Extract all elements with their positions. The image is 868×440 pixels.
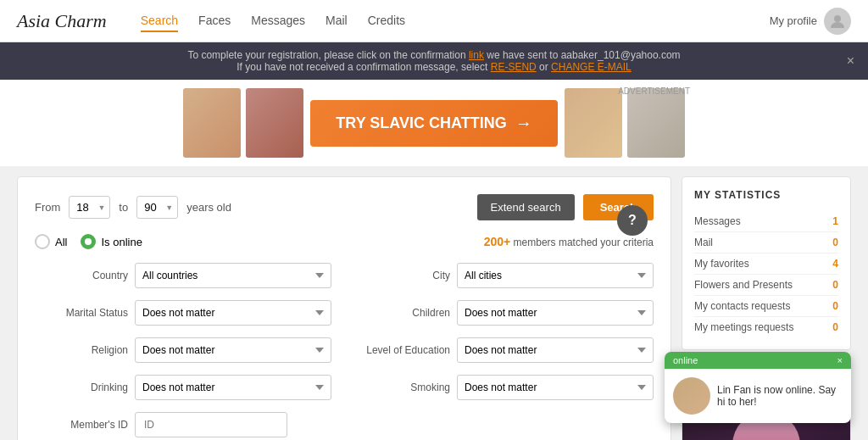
banner-photos xyxy=(183,88,303,158)
age-to-wrap: 908070 xyxy=(136,196,178,219)
country-label: Country xyxy=(35,270,128,281)
notif-resend[interactable]: RE-SEND xyxy=(491,61,537,73)
stats-contacts-count: 0 xyxy=(832,300,838,312)
member-id-label: Member's ID xyxy=(35,419,128,431)
nav-mail[interactable]: Mail xyxy=(326,10,348,32)
notification-bar: To complete your registration, please cl… xyxy=(0,42,868,80)
to-label: to xyxy=(119,201,128,214)
children-select[interactable]: Does not matter xyxy=(457,300,654,326)
stats-mail-count: 0 xyxy=(832,237,838,248)
banner-photo-1 xyxy=(183,88,241,158)
banner-photo-4 xyxy=(627,88,685,158)
years-label: years old xyxy=(186,201,231,214)
online-label: Is online xyxy=(101,236,142,248)
notif-text2: we have sent to aabaker_101@yahoo.com xyxy=(487,49,680,61)
stats-messages: Messages 1 xyxy=(694,211,838,232)
online-radio[interactable]: Is online xyxy=(81,234,142,249)
marital-label: Marital Status xyxy=(35,307,128,319)
city-select[interactable]: All cities xyxy=(457,263,654,288)
marital-select[interactable]: Does not matter xyxy=(135,300,331,326)
stats-flowers-label: Flowers and Presents xyxy=(694,279,793,291)
member-id-input[interactable] xyxy=(135,412,287,437)
match-count: 200+ members matched your criteria xyxy=(484,235,654,248)
age-from-select[interactable]: 182025 xyxy=(69,196,110,219)
match-number: 200+ xyxy=(484,235,511,248)
header: Asia Charm Search Faces Messages Mail Cr… xyxy=(0,0,868,42)
filter-grid: Country All countries City All cities Ma… xyxy=(35,263,654,400)
chat-close-icon[interactable]: × xyxy=(837,355,843,365)
notif-text3: If you have not received a confirmation … xyxy=(236,61,487,73)
nav-faces[interactable]: Faces xyxy=(198,10,231,32)
stats-favorites-count: 4 xyxy=(832,258,838,270)
marital-filter-row: Marital Status Does not matter xyxy=(35,300,331,326)
nav-credits[interactable]: Credits xyxy=(368,10,405,32)
chat-avatar xyxy=(673,377,710,415)
all-radio-circle xyxy=(35,234,50,249)
main-nav: Search Faces Messages Mail Credits xyxy=(141,10,770,32)
stats-contacts: My contacts requests 0 xyxy=(694,296,838,317)
notif-close-button[interactable]: × xyxy=(847,53,854,69)
banner-area: TRY SLAVIC CHATTING → ADVERTISEMENT xyxy=(0,80,868,166)
chat-notification: online × Lin Fan is now online. Say hi t… xyxy=(665,352,851,423)
stats-meetings-label: My meetings requests xyxy=(694,321,793,333)
notif-change-email[interactable]: CHANGE E-MAIL xyxy=(551,61,632,73)
banner-cta-text: TRY SLAVIC CHATTING xyxy=(336,114,506,132)
age-row: From 182025 to 908070 years old Extend s… xyxy=(35,194,654,220)
education-select[interactable]: Does not matter xyxy=(457,337,654,363)
all-label: All xyxy=(55,236,67,248)
svg-point-0 xyxy=(834,15,841,22)
chat-message: Lin Fan is now online. Say hi to her! xyxy=(717,384,843,408)
age-from-wrap: 182025 xyxy=(69,196,110,219)
profile-area: My profile xyxy=(770,8,851,35)
nav-messages[interactable]: Messages xyxy=(251,10,305,32)
stats-favorites: My favorites 4 xyxy=(694,253,838,275)
nav-search[interactable]: Search xyxy=(141,10,178,32)
avatar[interactable] xyxy=(824,8,851,35)
children-filter-row: Children Does not matter xyxy=(357,300,654,326)
country-select[interactable]: All countries xyxy=(135,263,331,288)
banner-photo-2 xyxy=(246,88,303,158)
stats-flowers-count: 0 xyxy=(832,279,838,291)
match-text: members matched your criteria xyxy=(514,237,654,248)
online-radio-circle xyxy=(81,234,96,249)
slavic-chat-button[interactable]: TRY SLAVIC CHATTING → xyxy=(310,100,557,147)
drinking-filter-row: Drinking Does not matter xyxy=(35,375,331,400)
drinking-select[interactable]: Does not matter xyxy=(135,375,331,400)
stats-meetings-count: 0 xyxy=(832,321,838,333)
city-filter-row: City All cities xyxy=(357,263,654,288)
children-label: Children xyxy=(357,307,450,319)
banner-arrow-icon: → xyxy=(515,114,532,133)
smoking-filter-row: Smoking Does not matter xyxy=(357,375,654,400)
chat-status: online xyxy=(673,355,698,365)
help-button[interactable]: ? xyxy=(617,205,648,236)
banner-photo-3 xyxy=(565,88,622,158)
chat-notif-body: Lin Fan is now online. Say hi to her! xyxy=(665,369,851,423)
age-to-select[interactable]: 908070 xyxy=(136,196,178,219)
all-radio[interactable]: All xyxy=(35,234,67,249)
statistics-title: MY STATISTICS xyxy=(694,189,838,201)
statistics-box: MY STATISTICS Messages 1 Mail 0 My favor… xyxy=(682,176,851,350)
extend-search-button[interactable]: Extend search xyxy=(477,194,575,220)
notif-text1: To complete your registration, please cl… xyxy=(187,49,465,61)
notif-or: or xyxy=(539,61,548,73)
notif-link1[interactable]: link xyxy=(469,49,484,61)
advertisement-label: ADVERTISEMENT xyxy=(618,86,690,96)
logo: Asia Charm xyxy=(17,10,107,32)
banner-photos-right xyxy=(565,88,685,158)
drinking-label: Drinking xyxy=(35,382,128,393)
stats-meetings: My meetings requests 0 xyxy=(694,317,838,337)
stats-favorites-label: My favorites xyxy=(694,258,749,270)
stats-mail: Mail 0 xyxy=(694,232,838,253)
smoking-select[interactable]: Does not matter xyxy=(457,375,654,400)
religion-filter-row: Religion Does not matter xyxy=(35,337,331,363)
profile-label[interactable]: My profile xyxy=(770,14,817,27)
chat-notif-header: online × xyxy=(665,352,851,369)
religion-select[interactable]: Does not matter xyxy=(135,337,331,363)
search-panel: From 182025 to 908070 years old Extend s… xyxy=(17,176,671,440)
stats-contacts-label: My contacts requests xyxy=(694,300,790,312)
smoking-label: Smoking xyxy=(357,382,450,393)
stats-messages-label: Messages xyxy=(694,215,741,227)
stats-messages-count: 1 xyxy=(832,215,838,227)
city-label: City xyxy=(357,270,450,281)
stats-flowers: Flowers and Presents 0 xyxy=(694,275,838,296)
